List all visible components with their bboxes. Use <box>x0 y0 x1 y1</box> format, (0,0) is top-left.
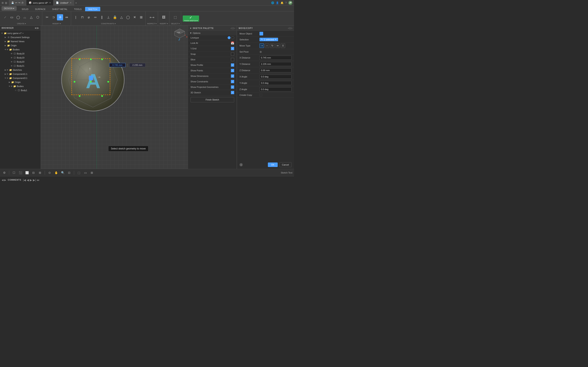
tree-named-views[interactable]: ▶ 📁 Named Views <box>0 39 41 43</box>
bottom-zoom-fit[interactable]: ⊡ <box>67 170 72 175</box>
tab-sketch[interactable]: SKETCH <box>85 7 100 11</box>
nav-next[interactable]: ▶| <box>33 178 36 182</box>
tree-bodies[interactable]: ▼ 👁 📁 Bodies <box>0 48 41 52</box>
inspect-label[interactable]: INSPECT ▾ <box>147 23 156 25</box>
constraint2[interactable]: ⊓ <box>79 14 85 20</box>
control-dot-5[interactable] <box>90 81 92 83</box>
show-profile-checkbox[interactable] <box>231 63 234 67</box>
canvas-area[interactable]: 75 A <box>41 26 188 169</box>
bottom-display1[interactable]: ☐ <box>11 170 17 175</box>
comments-pin[interactable]: ◀ <box>2 179 3 182</box>
history-icon[interactable]: ⏱ <box>21 2 24 4</box>
tree-root[interactable]: ▼ 📁 sorry game v7 ● <box>0 31 41 35</box>
constraint7[interactable]: 🔒 <box>112 14 118 20</box>
show-points-checkbox[interactable] <box>231 69 234 72</box>
show-3d-checkbox[interactable] <box>231 91 234 94</box>
bodies-eye[interactable]: 👁 <box>7 49 9 51</box>
select1[interactable]: ⬚ <box>172 14 178 20</box>
control-dot-4[interactable] <box>74 81 75 83</box>
finish-sketch-palette-btn[interactable]: Finish Sketch <box>190 97 234 102</box>
bottom-display4[interactable]: ⊟ <box>31 170 36 175</box>
cancel-button[interactable]: Cancel <box>279 162 292 167</box>
nav-first[interactable]: |◀ <box>23 178 26 182</box>
tree-body19[interactable]: 👁 ☐ Body19 <box>0 56 41 60</box>
create-copy-checkbox[interactable] <box>259 94 262 96</box>
sketches-eye[interactable]: 👁 <box>7 69 9 71</box>
tab-save[interactable]: 💾 ↩ ↪ ⏱ <box>9 0 26 6</box>
bottom-display3[interactable]: ⬜ <box>24 170 30 175</box>
sidebar-expand[interactable]: ▶ <box>37 26 39 29</box>
info-icon[interactable]: i <box>240 163 243 166</box>
trim-tool[interactable]: ✂ <box>44 14 50 20</box>
tab-surface[interactable]: SURFACE <box>32 7 49 11</box>
bottom-display5[interactable]: ⊞ <box>37 170 43 175</box>
line-tool[interactable]: ⟋ <box>2 14 8 20</box>
constraint9[interactable]: ◯ <box>125 14 131 20</box>
bottom-gear[interactable]: ⚙ <box>2 170 7 175</box>
show-constraints-checkbox[interactable] <box>231 80 234 83</box>
mc-dock-right[interactable]: ▷ <box>291 27 292 30</box>
move-type-along-x[interactable]: ↔ <box>265 43 269 48</box>
view-cube[interactable]: TOP X Z <box>173 28 186 40</box>
new-tab-button[interactable]: + <box>74 1 78 5</box>
control-dot-6[interactable] <box>107 81 109 83</box>
x-distance-input[interactable] <box>109 63 126 67</box>
control-dot-8[interactable] <box>101 95 103 97</box>
move-object-icon[interactable] <box>259 32 263 35</box>
tab2-close[interactable]: ✕ <box>70 2 71 4</box>
triangle-tool[interactable]: △ <box>28 14 34 20</box>
c3-eye[interactable]: 👁 <box>7 77 9 79</box>
control-dot-3[interactable] <box>101 58 103 60</box>
comments-expand[interactable]: ▶ <box>4 179 6 182</box>
body1-eye[interactable]: 👁 <box>15 89 17 92</box>
move-up-arrow[interactable]: ↑ <box>89 67 91 71</box>
tab-tools[interactable]: TOOLS <box>71 7 85 11</box>
y-distance-field[interactable] <box>259 62 292 66</box>
set-pivot-icon[interactable]: ⊕ <box>259 50 262 53</box>
insert-label[interactable]: INSERT ▾ <box>160 23 168 25</box>
control-dot-7[interactable] <box>79 95 80 97</box>
constraint1[interactable]: | <box>73 14 79 20</box>
bottom-orbit[interactable]: ⊙ <box>47 170 52 175</box>
finish-sketch-button[interactable]: ✓ FINISH SKETCH ▾ <box>183 16 199 22</box>
move-type-free[interactable]: ⇢ <box>259 43 264 48</box>
show-dimensions-checkbox[interactable] <box>231 75 234 78</box>
move-type-scale-y[interactable]: ⇕ <box>281 43 285 48</box>
constraints-label[interactable]: CONSTRAINTS ▾ <box>101 23 116 25</box>
bottom-view2[interactable]: ▭ <box>83 170 88 175</box>
grid-icon[interactable]: ⊞ <box>2 1 4 4</box>
palette-dock-right[interactable]: ▷ <box>233 27 235 30</box>
tab-file1[interactable]: 🎲 sorry game v8* ✕ <box>26 0 53 6</box>
user-profile-icon[interactable]: 👤 <box>276 1 279 4</box>
extend-tool[interactable]: ⊃ <box>51 14 57 20</box>
palette-dock-left[interactable]: ◁ <box>231 27 232 30</box>
design-button[interactable]: DESIGN ▾ <box>2 6 17 11</box>
constraint10[interactable]: ✕ <box>131 14 138 20</box>
tree-sketches[interactable]: ▶ 👁 📁 Sketches <box>0 68 41 72</box>
b19-eye[interactable]: 👁 <box>11 57 13 59</box>
constraint4[interactable]: ═ <box>92 14 98 20</box>
tree-component3[interactable]: ▼ 👁 📁 Component3:1 <box>0 76 41 80</box>
b21-eye[interactable]: 👁 <box>11 65 13 67</box>
move-tool[interactable]: ✛ <box>57 14 63 20</box>
tree-body21[interactable]: 👁 ☐ Body21 <box>0 64 41 68</box>
move-type-rotate[interactable]: ↻ <box>270 43 275 48</box>
tree-document-settings[interactable]: ▶ ⚙ Document Settings <box>0 35 41 39</box>
arc-tool[interactable]: ⌓ <box>22 14 28 20</box>
control-dot-1[interactable] <box>79 58 80 60</box>
move-right-arrow[interactable]: → <box>97 75 101 79</box>
x-angle-field[interactable] <box>259 75 292 79</box>
mc-dock-left[interactable]: ◁ <box>288 27 290 30</box>
z-angle-field[interactable] <box>259 87 292 91</box>
clear-selection[interactable]: ✕ <box>275 38 277 41</box>
modify-label[interactable]: MODIFY ▾ <box>52 23 61 25</box>
x-distance-field[interactable] <box>259 56 292 60</box>
user-avatar[interactable]: JP <box>288 1 292 5</box>
show-projected-checkbox[interactable] <box>231 85 234 89</box>
b18-eye[interactable]: 👁 <box>11 53 13 55</box>
to-grid-checkbox[interactable] <box>231 47 234 50</box>
palette-collapse-icon[interactable]: ▼ <box>190 27 192 29</box>
control-dot-2[interactable] <box>90 58 92 60</box>
y-distance-input[interactable] <box>129 63 146 67</box>
insert-image[interactable]: 🖼 <box>161 14 167 20</box>
